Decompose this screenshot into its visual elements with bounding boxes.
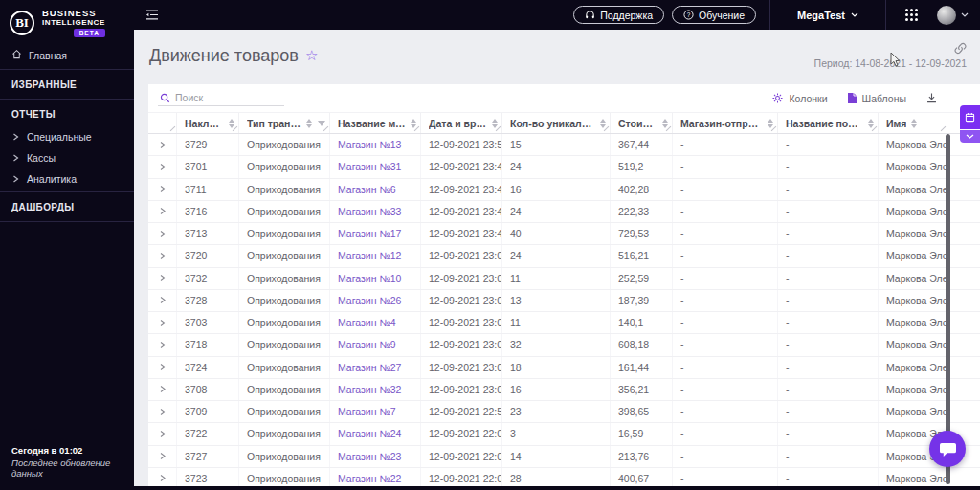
sort-icon[interactable] xyxy=(911,119,917,128)
flyout-collapse-button[interactable] xyxy=(960,130,980,143)
cell-type: Оприходования xyxy=(239,134,330,155)
row-expander-icon[interactable] xyxy=(148,245,177,266)
sidebar-item-cashdesks[interactable]: Кассы xyxy=(0,147,134,168)
shop-link[interactable]: Магазин №17 xyxy=(338,228,401,239)
row-expander-icon[interactable] xyxy=(148,156,177,177)
sidebar-section-dashboards[interactable]: ДАШБОРДЫ xyxy=(0,194,134,219)
cell-shop[interactable]: Магазин №33 xyxy=(330,201,421,222)
cell-shop[interactable]: Магазин №17 xyxy=(330,223,421,244)
cell-shop[interactable]: Магазин №13 xyxy=(330,134,421,155)
column-header-supplier[interactable]: Название поставщика xyxy=(778,113,879,133)
shop-link[interactable]: Магазин №9 xyxy=(338,339,396,350)
cell-shop[interactable]: Магазин №31 xyxy=(330,156,421,177)
menu-fold-icon[interactable] xyxy=(145,9,159,21)
row-expander-icon[interactable] xyxy=(148,179,177,200)
row-expander-icon[interactable] xyxy=(148,357,177,378)
sort-icon[interactable] xyxy=(229,119,234,128)
row-expander-icon[interactable] xyxy=(148,223,177,244)
cell-shop[interactable]: Магазин №7 xyxy=(330,401,421,422)
cell-shop[interactable]: Магазин №32 xyxy=(330,379,421,400)
row-expander-icon[interactable] xyxy=(148,468,177,486)
row-expander-icon[interactable] xyxy=(148,379,177,400)
app-window: BI BUSINESS INTELLIGENCE BETA Главная ИЗ… xyxy=(0,0,980,490)
cell-type: Оприходования xyxy=(239,268,330,289)
table-toolbar: Колонки Шаблоны xyxy=(148,84,980,112)
sidebar-item-home[interactable]: Главная xyxy=(0,43,134,67)
column-header-name[interactable]: Имя xyxy=(879,113,947,133)
cell-shop[interactable]: Магазин №6 xyxy=(330,179,421,200)
cell-shop[interactable]: Магазин №23 xyxy=(330,446,421,467)
sort-icon[interactable] xyxy=(868,119,874,128)
favorite-star-icon[interactable]: ☆ xyxy=(305,47,318,64)
cell-sku: 3 xyxy=(502,423,611,444)
column-header-shop[interactable]: Название магазина xyxy=(330,113,421,133)
row-expander-icon[interactable] xyxy=(148,423,177,444)
search-box[interactable] xyxy=(158,90,284,106)
column-header-datetime[interactable]: Дата и время xyxy=(421,113,502,133)
shop-link[interactable]: Магазин №22 xyxy=(338,473,401,484)
row-expander-icon[interactable] xyxy=(148,134,177,155)
support-label: Поддержка xyxy=(600,10,653,21)
column-header-cost[interactable]: Стоимость xyxy=(611,113,673,133)
column-header-invoice[interactable]: Накладная xyxy=(177,113,239,133)
training-button[interactable]: ? Обучение xyxy=(672,6,756,24)
sidebar-item-special[interactable]: Специальные xyxy=(0,126,134,147)
shop-link[interactable]: Магазин №24 xyxy=(338,428,401,439)
shop-link[interactable]: Магазин №26 xyxy=(338,295,401,306)
column-header-sku[interactable]: Кол-во уникальных SKU xyxy=(502,113,611,133)
sidebar-item-analytics[interactable]: Аналитика xyxy=(0,168,134,189)
download-icon[interactable] xyxy=(925,92,938,104)
sort-icon[interactable] xyxy=(492,119,498,128)
cell-shop[interactable]: Магазин №26 xyxy=(330,290,421,311)
column-header-type[interactable]: Тип транзакции xyxy=(239,113,330,133)
shop-link[interactable]: Магазин №6 xyxy=(338,184,396,195)
row-expander-icon[interactable] xyxy=(148,290,177,311)
workspace-selector[interactable]: MegaTest xyxy=(784,10,872,21)
cell-shop[interactable]: Магазин №9 xyxy=(330,334,421,355)
row-expander-icon[interactable] xyxy=(148,268,177,289)
sort-icon[interactable] xyxy=(768,119,773,128)
cell-sku: 11 xyxy=(502,312,611,333)
shop-link[interactable]: Магазин №32 xyxy=(338,384,401,395)
search-input[interactable] xyxy=(175,92,282,103)
cell-shop[interactable]: Магазин №4 xyxy=(330,312,421,333)
sort-icon[interactable] xyxy=(306,119,312,128)
row-expander-icon[interactable] xyxy=(148,201,177,222)
sort-icon[interactable] xyxy=(662,119,668,128)
share-link-icon[interactable] xyxy=(954,42,967,55)
row-expander-icon[interactable] xyxy=(148,446,177,467)
support-button[interactable]: Поддержка xyxy=(573,6,664,24)
shop-link[interactable]: Магазин №27 xyxy=(338,362,401,373)
cell-sku: 16 xyxy=(502,179,611,200)
shop-link[interactable]: Магазин №4 xyxy=(338,317,396,328)
shop-link[interactable]: Магазин №12 xyxy=(338,250,401,261)
shop-link[interactable]: Магазин №31 xyxy=(338,161,401,172)
cell-shop[interactable]: Магазин №22 xyxy=(330,468,421,486)
sort-icon[interactable] xyxy=(600,119,606,128)
shop-link[interactable]: Магазин №10 xyxy=(338,273,401,284)
templates-button[interactable]: Шаблоны xyxy=(847,92,906,104)
user-menu[interactable] xyxy=(937,6,969,25)
chat-button[interactable] xyxy=(929,431,966,467)
row-expander-icon[interactable] xyxy=(148,312,177,333)
columns-button[interactable]: Колонки xyxy=(771,92,827,104)
row-expander-icon[interactable] xyxy=(148,401,177,422)
sidebar-section-reports[interactable]: ОТЧЕТЫ xyxy=(0,101,134,126)
cell-shop[interactable]: Магазин №12 xyxy=(330,245,421,266)
filter-icon[interactable] xyxy=(318,121,325,126)
cell-shop[interactable]: Магазин №24 xyxy=(330,423,421,444)
flyout-panel-button[interactable] xyxy=(960,105,980,129)
apps-grid-icon[interactable] xyxy=(900,9,924,21)
sidebar-section-favorites[interactable]: ИЗБРАННЫЕ xyxy=(0,72,134,97)
shop-link[interactable]: Магазин №33 xyxy=(338,206,401,217)
cell-datetime: 12-09-2021 22:59:53 xyxy=(421,401,502,422)
row-expander-icon[interactable] xyxy=(148,334,177,355)
shop-link[interactable]: Магазин №23 xyxy=(338,451,401,462)
cell-shop[interactable]: Магазин №27 xyxy=(330,357,421,378)
logo[interactable]: BI BUSINESS INTELLIGENCE BETA xyxy=(0,0,134,43)
shop-link[interactable]: Магазин №7 xyxy=(338,406,396,417)
sort-icon[interactable] xyxy=(411,119,416,128)
shop-link[interactable]: Магазин №13 xyxy=(338,139,401,150)
column-header-sender[interactable]: Магазин-отправитель xyxy=(673,113,778,133)
cell-shop[interactable]: Магазин №10 xyxy=(330,268,421,289)
